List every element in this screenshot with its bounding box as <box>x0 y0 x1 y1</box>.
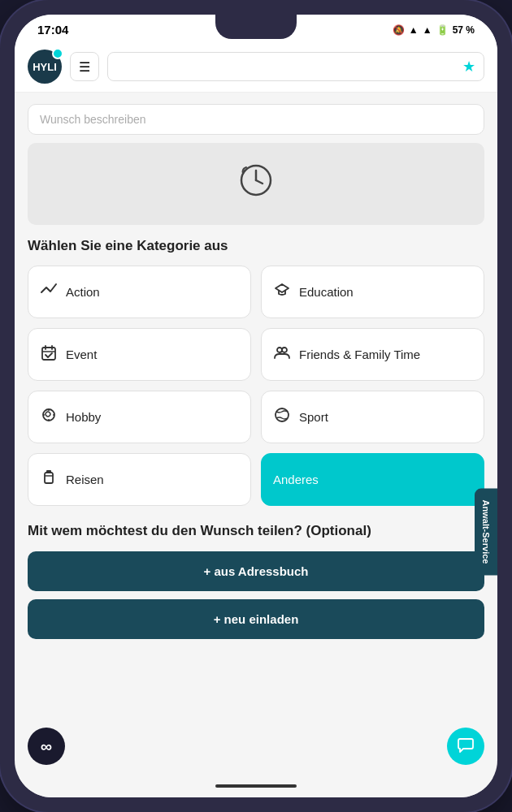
category-section: Wählen Sie eine Kategorie aus Action <box>15 225 497 506</box>
chat-icon <box>457 736 475 758</box>
co-button[interactable]: ∞ <box>28 728 65 765</box>
anwalt-service-tab[interactable]: Anwalt-Service <box>475 489 497 576</box>
einladen-label: + neu einladen <box>214 612 299 626</box>
friends-label: Friends & Family Time <box>299 348 420 361</box>
hobby-label: Hobby <box>66 410 101 424</box>
category-action[interactable]: Action <box>28 266 251 318</box>
content-bottom-pad <box>15 647 497 663</box>
clock-icon <box>236 161 276 207</box>
education-label: Education <box>299 285 354 299</box>
star-icon: ★ <box>462 58 475 76</box>
adressbuch-label: + aus Adressbuch <box>203 564 308 578</box>
side-tab-label: Anwalt-Service <box>481 500 491 564</box>
reisen-label: Reisen <box>66 473 104 486</box>
logo-dot <box>52 48 63 59</box>
search-bar[interactable]: ★ <box>107 52 484 81</box>
co-icon: ∞ <box>41 737 52 756</box>
svg-point-14 <box>276 408 289 421</box>
logo[interactable]: HYLI <box>28 50 62 84</box>
mute-icon: 🔕 <box>393 24 405 36</box>
home-indicator <box>15 778 497 797</box>
status-icons: 🔕 ▲ ▲ 🔋 57 % <box>393 24 475 36</box>
svg-line-2 <box>256 180 263 184</box>
category-sport[interactable]: Sport <box>261 391 484 443</box>
svg-point-9 <box>43 409 54 421</box>
category-education[interactable]: Education <box>261 266 484 318</box>
sport-icon <box>273 406 291 428</box>
phone-screen: 17:04 🔕 ▲ ▲ 🔋 57 % HYLI ☰ ★ <box>15 15 497 797</box>
category-anderes[interactable]: Anderes <box>261 453 484 506</box>
category-hobby[interactable]: Hobby <box>28 391 251 443</box>
battery-icon: 🔋 <box>436 24 449 36</box>
wunsch-placeholder: Wunsch beschreiben <box>40 113 145 126</box>
category-grid: Action Education Event <box>28 266 484 506</box>
logo-text: HYLI <box>33 61 57 73</box>
phone-frame: 17:04 🔕 ▲ ▲ 🔋 57 % HYLI ☰ ★ <box>0 0 512 812</box>
share-section: Mit wem möchtest du den Wunsch teilen? (… <box>15 506 497 639</box>
category-title: Wählen Sie eine Kategorie aus <box>28 238 484 254</box>
neu-einladen-button[interactable]: + neu einladen <box>28 599 484 639</box>
hamburger-icon: ☰ <box>79 59 90 75</box>
notch <box>215 15 297 39</box>
sport-label: Sport <box>299 410 328 424</box>
hobby-icon <box>40 406 58 428</box>
event-icon <box>40 343 58 365</box>
home-bar <box>215 784 297 788</box>
action-icon <box>40 281 58 303</box>
wifi-icon: ▲ <box>423 24 432 36</box>
share-title: Mit wem möchtest du den Wunsch teilen? (… <box>28 522 484 540</box>
education-icon <box>273 281 291 303</box>
reisen-icon <box>40 469 58 490</box>
wunsch-input[interactable]: Wunsch beschreiben <box>28 104 484 135</box>
signal-icon: ▲ <box>409 24 419 36</box>
svg-rect-3 <box>42 348 55 360</box>
category-reisen[interactable]: Reisen <box>28 453 251 506</box>
battery-percent: 57 % <box>453 24 475 36</box>
friends-icon <box>273 343 291 365</box>
bottom-bar: ∞ <box>15 718 497 778</box>
svg-point-8 <box>282 348 287 352</box>
action-label: Action <box>66 285 100 299</box>
main-content: Wunsch beschreiben Wählen Sie eine Kateg… <box>15 93 497 718</box>
chat-button[interactable] <box>447 728 484 765</box>
aus-adressbuch-button[interactable]: + aus Adressbuch <box>28 551 484 591</box>
category-friends[interactable]: Friends & Family Time <box>261 328 484 381</box>
clock-area <box>28 143 484 225</box>
category-event[interactable]: Event <box>28 328 251 381</box>
event-label: Event <box>66 348 97 361</box>
top-nav: HYLI ☰ ★ <box>15 41 497 93</box>
anderes-label: Anderes <box>273 473 319 486</box>
svg-rect-15 <box>45 473 53 483</box>
status-time: 17:04 <box>37 23 68 37</box>
menu-button[interactable]: ☰ <box>70 52 99 81</box>
